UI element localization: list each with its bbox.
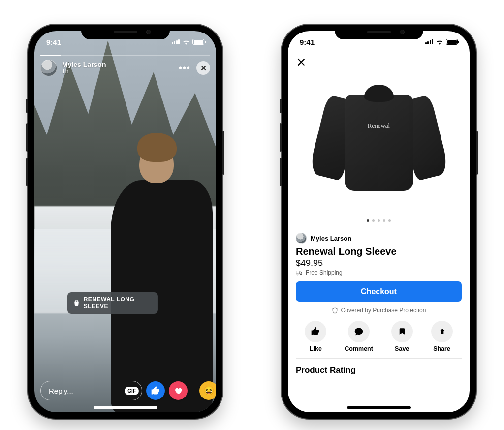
notch [335,25,423,39]
shield-icon [332,307,338,314]
product-tag-label: RENEWAL LONG SLEEVE [84,296,152,310]
like-action[interactable]: Like [305,321,326,352]
more-icon[interactable]: ••• [178,61,191,75]
truck-icon [296,269,303,276]
protection-text: Covered by Purchase Protection [341,307,426,314]
like-label: Like [310,345,322,352]
thumbs-up-icon [311,327,320,336]
battery-icon [446,39,458,45]
story-subject [111,115,213,412]
product-price: $49.95 [296,258,462,268]
reaction-like[interactable] [146,381,165,400]
product-tag[interactable]: RENEWAL LONG SLEEVE [67,292,158,314]
comment-icon [354,327,364,336]
notch [81,25,170,39]
save-label: Save [395,345,409,352]
product-image-text: Renewal [317,122,441,130]
checkout-button[interactable]: Checkout [296,281,462,302]
close-story-icon[interactable]: ✕ [196,61,210,75]
wifi-icon [436,39,443,45]
battery-icon [192,39,204,45]
product-title: Renewal Long Sleeve [296,246,462,257]
comment-action[interactable]: Comment [345,321,373,352]
save-action[interactable]: Save [391,321,413,352]
story-progress [40,55,210,56]
wifi-icon [182,39,190,45]
status-time: 9:41 [46,38,61,46]
seller-avatar[interactable] [296,233,307,244]
signal-icon [172,39,180,44]
signal-icon [425,39,434,44]
svg-point-1 [297,274,298,275]
close-product-icon[interactable] [296,57,307,69]
product-image[interactable]: Renewal [288,53,470,215]
reaction-laugh[interactable]: 😆 [199,381,216,400]
home-indicator[interactable] [347,406,411,409]
share-icon [437,327,447,336]
story-time: 1h [62,68,106,75]
reply-input[interactable]: Reply... GIF [40,381,142,400]
svg-rect-0 [296,271,300,274]
bag-icon [73,299,79,307]
gif-button[interactable]: GIF [125,387,139,395]
home-indicator[interactable] [94,406,158,409]
story-phone: 9:41 Myles Larson 1h ••• ✕ RE [28,25,222,419]
comment-label: Comment [345,345,373,352]
product-rating-heading: Product Rating [296,365,462,375]
seller-name[interactable]: Myles Larson [311,235,351,242]
reaction-love[interactable] [169,381,188,400]
image-pager[interactable] [288,219,470,222]
shipping-text: Free Shipping [306,269,343,276]
status-time: 9:41 [300,38,315,46]
svg-point-2 [300,274,301,275]
share-label: Share [433,345,450,352]
reply-placeholder: Reply... [49,387,73,395]
bookmark-icon [398,327,407,336]
share-action[interactable]: Share [431,321,453,352]
story-author-avatar[interactable] [40,60,57,76]
story-author-name[interactable]: Myles Larson [62,61,106,68]
product-phone: 9:41 Renewal Myles Larson [282,25,476,419]
